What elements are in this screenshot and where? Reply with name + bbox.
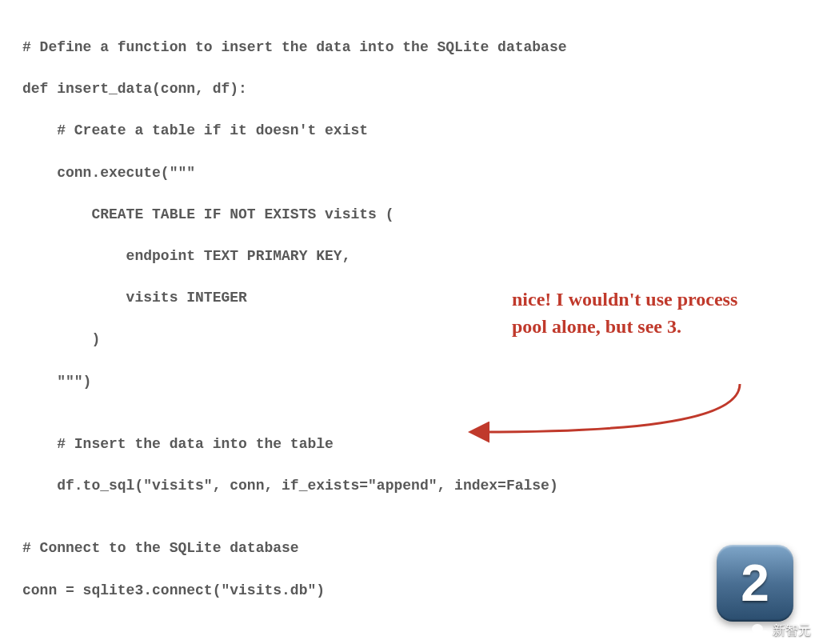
handwritten-annotation: nice! I wouldn't use process pool alone,… (512, 286, 768, 340)
code-line: conn.execute(""" (22, 162, 797, 183)
step-badge: 2 (717, 545, 793, 622)
code-line: # Define a function to insert the data i… (22, 37, 797, 58)
code-line: endpoint TEXT PRIMARY KEY, (22, 246, 797, 266)
code-line: def insert_data(conn, df): (22, 78, 797, 99)
code-line: # Create a table if it doesn't exist (22, 120, 797, 141)
watermark: 新智元 (749, 621, 814, 641)
wechat-icon (752, 624, 769, 638)
code-line: CREATE TABLE IF NOT EXISTS visits ( (22, 204, 797, 225)
code-line: conn = sqlite3.connect("visits.db") (22, 580, 797, 601)
code-line: # Connect to the SQLite database (22, 538, 797, 558)
code-line: df.to_sql("visits", conn, if_exists="app… (22, 475, 797, 496)
step-number: 2 (741, 554, 769, 613)
code-line: # Insert the data into the table (22, 434, 797, 454)
watermark-text: 新智元 (773, 622, 811, 639)
code-line: """) (22, 371, 797, 392)
